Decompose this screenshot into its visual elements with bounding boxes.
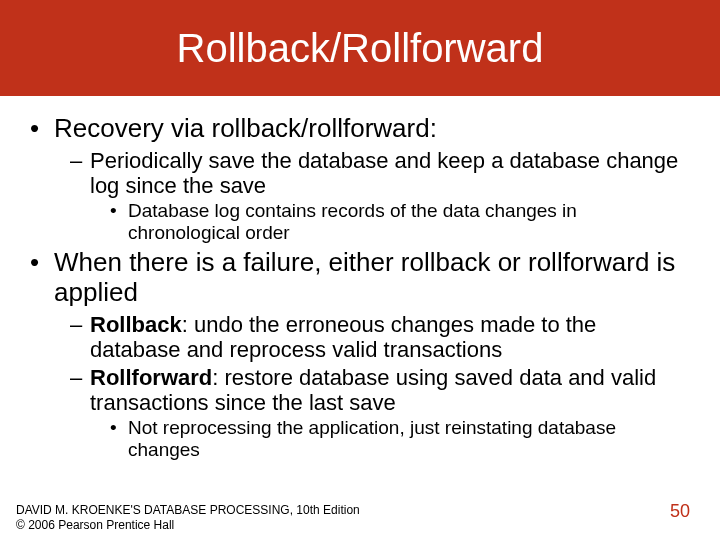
bullet-level3: Not reprocessing the application, just r… [30, 417, 690, 461]
slide-title: Rollback/Rollforward [177, 26, 544, 71]
bullet-level1: Recovery via rollback/rollforward: [30, 114, 690, 144]
bullet-level2: Rollforward: restore database using save… [30, 365, 690, 416]
bullet-lead-bold: Rollback [90, 312, 182, 337]
bullet-level3: Database log contains records of the dat… [30, 200, 690, 244]
content-area: Recovery via rollback/rollforward: Perio… [0, 96, 720, 461]
bullet-lead-bold: Rollforward [90, 365, 212, 390]
bullet-level2: Rollback: undo the erroneous changes mad… [30, 312, 690, 363]
slide: Rollback/Rollforward Recovery via rollba… [0, 0, 720, 540]
page-number: 50 [670, 501, 690, 522]
footer-line1: DAVID M. KROENKE'S DATABASE PROCESSING, … [16, 503, 360, 517]
footer: DAVID M. KROENKE'S DATABASE PROCESSING, … [16, 503, 360, 532]
bullet-level2: Periodically save the database and keep … [30, 148, 690, 199]
bullet-level1: When there is a failure, either rollback… [30, 248, 690, 308]
footer-line2: © 2006 Pearson Prentice Hall [16, 518, 360, 532]
title-bar: Rollback/Rollforward [0, 0, 720, 96]
